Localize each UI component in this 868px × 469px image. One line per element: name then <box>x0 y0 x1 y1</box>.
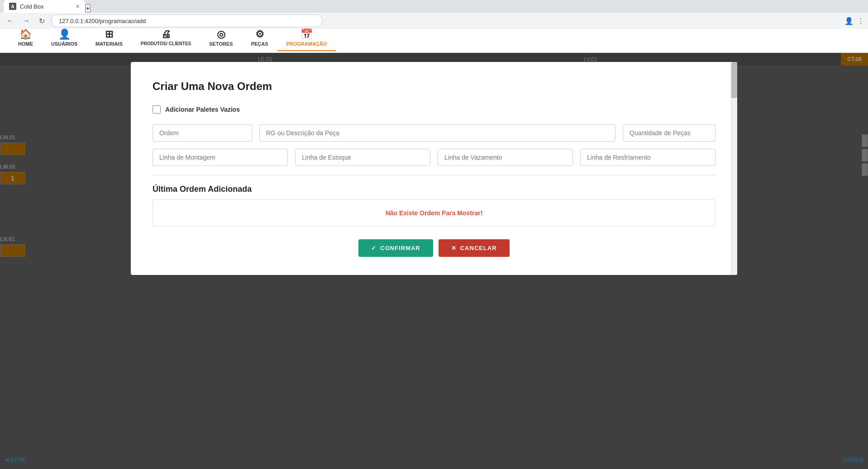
paletes-vazios-label[interactable]: Adicionar Paletes Vazios <box>165 106 240 113</box>
confirm-button[interactable]: ✓ CONFIRMAR <box>358 239 433 257</box>
nav-home[interactable]: 🏠 HOME <box>9 25 42 51</box>
browser-toolbar: 👤 ⋮ <box>844 17 864 25</box>
form-row-2 <box>153 149 715 166</box>
new-tab-button[interactable]: + <box>85 4 91 13</box>
back-button[interactable]: ← <box>4 16 16 26</box>
nav-setores[interactable]: ◎ SETORES <box>200 25 242 51</box>
tab-close-button[interactable]: ✕ <box>76 4 80 9</box>
form-divider <box>153 175 715 175</box>
check-icon: ✓ <box>371 245 377 251</box>
nav-pecas-label: PEÇAS <box>251 41 268 47</box>
extensions-icon[interactable]: ⋮ <box>857 17 864 25</box>
linha-estoque-input[interactable] <box>295 149 430 166</box>
nav-usuarios-label: USUÁRIOS <box>51 41 77 47</box>
grid-icon: ⊞ <box>105 28 113 40</box>
calendar-icon: 📅 <box>300 28 313 40</box>
ultima-ordem-title: Última Ordem Adicionada <box>153 185 715 194</box>
button-row: ✓ CONFIRMAR ✕ CANCELAR <box>153 239 715 257</box>
gear-icon: ⚙ <box>255 28 264 40</box>
nav-programacao-label: PROGRAMAÇÃO <box>286 41 327 47</box>
scrollbar-thumb[interactable] <box>731 62 737 98</box>
content-area: LE.01 LV.01 CT.08 LM.01 LM.02 1 ↑ LN.01 … <box>0 53 868 469</box>
nav-setores-label: SETORES <box>209 41 233 47</box>
paletes-vazios-checkbox[interactable] <box>153 105 161 114</box>
nav-produtos-clientes[interactable]: 🖨 PRODUTOS/ CLIENTES <box>132 25 200 51</box>
linha-resfriamento-input[interactable] <box>580 149 715 166</box>
ultima-ordem-box: Não Existe Ordem Para Mostrar! <box>153 199 715 227</box>
form-row-1 <box>153 124 715 142</box>
rg-input[interactable] <box>259 124 615 142</box>
checkbox-row: Adicionar Paletes Vazios <box>153 105 715 114</box>
cancel-button[interactable]: ✕ CANCELAR <box>439 239 510 257</box>
nav-programacao[interactable]: 📅 PROGRAMAÇÃO <box>277 25 336 51</box>
confirm-label: CONFIRMAR <box>380 245 420 251</box>
linha-montagem-input[interactable] <box>153 149 288 166</box>
sectors-icon: ◎ <box>217 28 225 40</box>
nav-home-label: HOME <box>18 41 33 47</box>
modal-overlay: Criar Uma Nova Ordem Adicionar Paletes V… <box>0 53 868 469</box>
modal-dialog: Criar Uma Nova Ordem Adicionar Paletes V… <box>131 62 737 275</box>
cancel-label: CANCELAR <box>460 245 497 251</box>
forward-button[interactable]: → <box>20 16 33 26</box>
nav-produtos-label: PRODUTOS/ CLIENTES <box>141 41 191 47</box>
tab-favicon: A <box>9 3 16 10</box>
home-icon: 🏠 <box>19 28 32 40</box>
no-order-message: Não Existe Ordem Para Mostrar! <box>386 209 483 217</box>
browser-tab[interactable]: A Cold Box ✕ <box>4 0 85 13</box>
nav-materiais[interactable]: ⊞ MATERIAIS <box>86 25 132 51</box>
nav-materiais-label: MATERIAIS <box>95 41 123 47</box>
modal-scrollbar[interactable] <box>731 62 737 275</box>
linha-vazamento-input[interactable] <box>438 149 573 166</box>
printer-icon: 🖨 <box>161 28 171 40</box>
nav-usuarios[interactable]: 👤 USUÁRIOS <box>42 25 86 51</box>
profile-icon[interactable]: 👤 <box>844 17 854 25</box>
tab-title: Cold Box <box>20 3 44 10</box>
user-icon: 👤 <box>58 28 71 40</box>
quantidade-input[interactable] <box>623 124 715 142</box>
x-icon: ✕ <box>451 245 457 251</box>
ordem-input[interactable] <box>153 124 252 142</box>
nav-pecas[interactable]: ⚙ PEÇAS <box>242 25 277 51</box>
modal-title: Criar Uma Nova Ordem <box>153 80 715 93</box>
